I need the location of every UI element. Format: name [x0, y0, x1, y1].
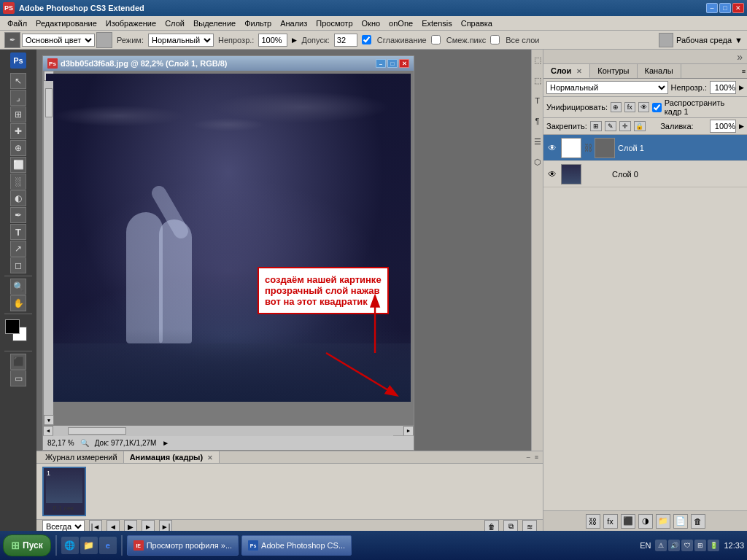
- panel-collapse-btn[interactable]: »: [735, 51, 744, 63]
- add-mask-btn[interactable]: ⬛: [621, 514, 635, 529]
- close-button[interactable]: ✕: [732, 3, 744, 13]
- menu-view[interactable]: Просмотр: [311, 18, 357, 29]
- minimize-button[interactable]: –: [706, 3, 718, 13]
- scroll-down-btn[interactable]: ▼: [44, 415, 54, 425]
- right-tool-1[interactable]: ⬚: [532, 51, 543, 69]
- layer-item-0[interactable]: 👁 Слой 0: [543, 161, 747, 187]
- new-layer-btn[interactable]: 📄: [673, 514, 688, 529]
- opacity-arrow[interactable]: ▶: [292, 36, 297, 44]
- menu-select[interactable]: Выделение: [189, 18, 240, 29]
- doc-close-btn[interactable]: ✕: [399, 59, 409, 68]
- tool-heal[interactable]: ✚: [10, 123, 26, 139]
- unify-visibility-btn[interactable]: 👁: [638, 102, 649, 112]
- group-layers-btn[interactable]: 📁: [656, 514, 670, 529]
- menu-file[interactable]: Файл: [3, 18, 31, 29]
- layer-1-visibility[interactable]: 👁: [546, 142, 558, 154]
- layer-opacity-input[interactable]: [710, 81, 736, 94]
- play-next-btn[interactable]: ►: [142, 520, 155, 531]
- tab-channels[interactable]: Каналы: [638, 64, 681, 78]
- primary-color-select[interactable]: Основной цвет: [22, 34, 95, 47]
- play-last-btn[interactable]: ►|: [159, 520, 172, 531]
- doc-min-btn[interactable]: –: [376, 59, 386, 68]
- smezhpix-checkbox[interactable]: [431, 35, 441, 44]
- tool-eraser[interactable]: ⬜: [10, 157, 26, 173]
- menu-window[interactable]: Окно: [357, 18, 385, 29]
- add-adjustment-btn[interactable]: ◑: [638, 514, 653, 529]
- play-first-btn[interactable]: |◄: [89, 520, 102, 531]
- panel-menu-btn[interactable]: ≡: [742, 68, 746, 75]
- tool-gradient[interactable]: ░: [10, 174, 26, 190]
- layer-blend-select[interactable]: Нормальный: [546, 81, 668, 94]
- tab-layers-close[interactable]: ✕: [576, 68, 582, 75]
- tab-layers[interactable]: Слои ✕: [543, 64, 590, 78]
- menu-layer[interactable]: Слой: [160, 18, 189, 29]
- loop-select[interactable]: Всегда: [42, 520, 85, 531]
- panel-minimize-btn[interactable]: –: [525, 452, 532, 462]
- vertical-scrollbar[interactable]: ▲ ▼: [43, 71, 53, 425]
- photo-canvas[interactable]: создаём нашей картинке прозрачный слой н…: [46, 74, 411, 402]
- right-tool-3[interactable]: T: [532, 92, 543, 109]
- opacity-input[interactable]: [258, 34, 287, 47]
- taskbar-app-browser[interactable]: IE Просмотр профиля »...: [127, 535, 239, 556]
- start-button[interactable]: ⊞ Пуск: [3, 534, 51, 556]
- tool-lasso[interactable]: ⌟: [10, 90, 26, 106]
- tool-pen[interactable]: ✒: [10, 207, 26, 223]
- scroll-h-track[interactable]: [53, 426, 393, 436]
- right-tool-4[interactable]: ¶: [532, 112, 543, 130]
- tray-speaker-icon[interactable]: 🔊: [668, 540, 680, 551]
- scroll-thumb[interactable]: [45, 88, 53, 117]
- fg-color[interactable]: [5, 319, 20, 334]
- right-tool-5[interactable]: ☰: [532, 133, 543, 150]
- scroll-track[interactable]: [44, 81, 53, 415]
- tool-screen-mode[interactable]: ▭: [10, 370, 26, 386]
- tool-shape[interactable]: ◻: [10, 257, 26, 273]
- distribute-checkbox[interactable]: [652, 103, 662, 112]
- tool-select[interactable]: ↖: [10, 73, 26, 89]
- lock-all-btn[interactable]: 🔒: [634, 121, 646, 131]
- lock-position-btn[interactable]: ✛: [619, 121, 631, 131]
- right-tool-2[interactable]: ⬚: [532, 71, 543, 89]
- tool-crop[interactable]: ⊞: [10, 106, 26, 122]
- blend-mode-select[interactable]: Нормальный: [148, 34, 214, 47]
- folder-icon[interactable]: 📁: [80, 537, 98, 554]
- tool-text[interactable]: T: [10, 224, 26, 240]
- ie-blue-icon[interactable]: e: [99, 537, 117, 554]
- taskbar-app-ps[interactable]: Ps Adobe Photoshop CS...: [241, 535, 352, 556]
- doc-info-arrow[interactable]: ►: [162, 439, 169, 447]
- workspace-arrow[interactable]: ▼: [735, 36, 743, 44]
- scroll-left-btn[interactable]: ◄: [43, 426, 53, 436]
- play-prev-btn[interactable]: ◄: [107, 520, 120, 531]
- tab-paths[interactable]: Контуры: [590, 64, 637, 78]
- layer-opacity-arrow[interactable]: ▶: [739, 84, 744, 91]
- tween-btn[interactable]: ≋: [522, 520, 537, 531]
- sglazhivanie-checkbox[interactable]: [362, 35, 371, 44]
- scroll-right-btn[interactable]: ►: [403, 426, 414, 436]
- menu-analyze[interactable]: Анализ: [276, 18, 311, 29]
- play-btn[interactable]: ▶: [124, 520, 137, 531]
- right-tool-6[interactable]: ⬡: [532, 153, 543, 171]
- menu-image[interactable]: Изображение: [101, 18, 160, 29]
- maximize-button[interactable]: □: [719, 3, 731, 13]
- lock-image-btn[interactable]: ✎: [605, 121, 616, 131]
- add-style-btn[interactable]: fx: [603, 514, 618, 529]
- tool-clone[interactable]: ⊕: [10, 140, 26, 156]
- ie-icon[interactable]: 🌐: [61, 537, 79, 554]
- scroll-h-thumb[interactable]: [68, 427, 126, 435]
- tool-quick-mask[interactable]: ⬛: [10, 354, 26, 370]
- delete-frame-btn[interactable]: 🗑: [484, 520, 499, 531]
- doc-max-btn[interactable]: □: [387, 59, 398, 68]
- color-preview[interactable]: [96, 32, 112, 48]
- link-layers-btn[interactable]: ⛓: [586, 514, 600, 529]
- lock-transparent-btn[interactable]: ⊞: [590, 121, 602, 131]
- tab-journal[interactable]: Журнал измерений: [39, 451, 124, 463]
- horizontal-scrollbar[interactable]: ◄ ►: [43, 425, 414, 435]
- menu-extensis[interactable]: Extensis: [417, 18, 457, 29]
- layer-item-1[interactable]: 👁 ⛓ Слой 1: [543, 135, 747, 161]
- animation-tab-close[interactable]: ✕: [207, 454, 213, 462]
- tab-animation[interactable]: Анимация (кадры) ✕: [124, 451, 220, 463]
- menu-edit[interactable]: Редактирование: [31, 18, 101, 29]
- duplicate-frame-btn[interactable]: ⧉: [503, 520, 518, 531]
- delete-layer-btn[interactable]: 🗑: [691, 514, 705, 529]
- menu-onone[interactable]: onOne: [384, 18, 417, 29]
- vsesloi-checkbox[interactable]: [490, 35, 500, 44]
